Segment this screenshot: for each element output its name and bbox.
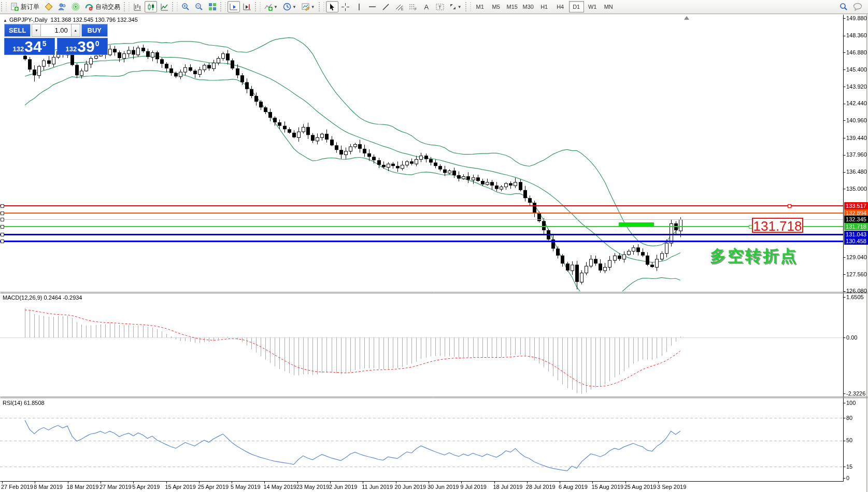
spinner-down-icon: ▼: [35, 29, 38, 32]
resistance-line-1[interactable]: [0, 205, 843, 206]
vertical-line-icon: [356, 3, 362, 11]
support-line-2-handle[interactable]: [1, 240, 4, 243]
channel-tool-button[interactable]: E: [393, 1, 406, 12]
bar-chart-icon: [134, 3, 141, 11]
volume-increase-button[interactable]: ▲: [71, 24, 80, 37]
periods-button[interactable]: ▼: [281, 1, 298, 12]
autotrading-button[interactable]: 自动交易: [83, 1, 122, 12]
buy-button[interactable]: BUY: [81, 24, 108, 37]
line-chart-button[interactable]: [158, 1, 170, 12]
timeframe-mn-button[interactable]: MN: [601, 1, 616, 12]
timeframe-d1-button[interactable]: D1: [569, 1, 584, 12]
templates-icon: [302, 3, 310, 11]
date-axis-label: 5 May 2019: [231, 484, 260, 490]
fibonacci-icon: F: [409, 3, 417, 11]
chart-shift-icon: [243, 3, 251, 11]
collapse-panel-icon[interactable]: ▲: [3, 18, 7, 23]
text-label-tool-button[interactable]: T: [434, 1, 446, 12]
date-axis-label: 25 Aug 2019: [624, 484, 657, 490]
arrows-icon: [449, 3, 457, 10]
bar-chart-button[interactable]: [131, 1, 144, 12]
date-axis-label: 30 Jun 2019: [428, 484, 459, 490]
sell-price-display[interactable]: 132 34 5: [4, 38, 55, 55]
price-axis-label: 143.920: [846, 83, 867, 90]
chat-button[interactable]: [851, 1, 864, 12]
current-price-line[interactable]: [0, 219, 843, 220]
autotrading-icon: [85, 3, 93, 11]
tile-windows-button[interactable]: [206, 1, 219, 12]
toolbar-grip[interactable]: [220, 2, 226, 11]
volume-input[interactable]: 1.00: [41, 24, 70, 37]
new-order-button[interactable]: 新订单: [8, 1, 41, 12]
timeframe-m1-button[interactable]: M1: [473, 1, 488, 12]
timeframe-h4-button[interactable]: H4: [553, 1, 568, 12]
timeframe-w1-button[interactable]: W1: [585, 1, 600, 12]
timeframe-h1-button[interactable]: H1: [537, 1, 552, 12]
price-callout-box[interactable]: 131.718: [752, 218, 803, 233]
date-axis-label: 8 Mar 2019: [34, 484, 63, 490]
resistance-line-1-badge: 133.517: [844, 202, 868, 209]
price-axis-label: 137.960: [846, 151, 867, 158]
buy-price-display[interactable]: 132 39 0: [57, 38, 108, 55]
trendline-icon: [382, 3, 390, 11]
chart-shift-button[interactable]: [241, 1, 253, 12]
sell-button[interactable]: SELL: [4, 24, 31, 37]
pivot-line[interactable]: [0, 226, 843, 227]
toolbar-grip[interactable]: [124, 2, 130, 11]
timeframe-group: M1M5M15M30H1H4D1W1MN: [472, 0, 617, 13]
fibonacci-tool-button[interactable]: F: [407, 1, 419, 12]
timeframe-m5-button[interactable]: M5: [489, 1, 504, 12]
date-axis-label: 23 May 2019: [296, 484, 330, 490]
indicators-button[interactable]: ▼: [262, 1, 280, 12]
toolbar-grip[interactable]: [465, 2, 471, 11]
buy-price-sup: 0: [95, 39, 99, 48]
accounts-icon: [58, 3, 66, 11]
horizontal-line-tool-button[interactable]: [366, 1, 379, 12]
crosshair-tool-button[interactable]: [339, 1, 352, 12]
toolbar-grip[interactable]: [319, 2, 324, 11]
market-watch-button[interactable]: [42, 1, 55, 12]
resistance-line-2-handle[interactable]: [1, 212, 4, 215]
accounts-button[interactable]: [56, 1, 68, 12]
line-selection-handle[interactable]: [788, 204, 791, 208]
support-line-2[interactable]: [0, 241, 843, 242]
toolbar-grip[interactable]: [1, 2, 7, 11]
zoom-in-button[interactable]: [179, 1, 192, 12]
toolbar-grip[interactable]: [255, 2, 261, 11]
vertical-line-tool-button[interactable]: [353, 1, 365, 12]
svg-text:T: T: [438, 5, 442, 10]
resistance-line-1-handle[interactable]: [1, 204, 4, 208]
new-order-label: 新订单: [21, 3, 39, 11]
timeframe-m30-button[interactable]: M30: [521, 1, 536, 12]
date-axis-label: 27 Mar 2019: [99, 484, 132, 490]
date-axis-label: 25 Apr 2019: [198, 484, 229, 490]
trendline-tool-button[interactable]: [380, 1, 392, 12]
price-axis-label: 136.480: [846, 168, 867, 175]
search-button[interactable]: [837, 1, 850, 12]
timeframe-m15-button[interactable]: M15: [505, 1, 520, 12]
pivot-annotation-text[interactable]: 多空转折点: [710, 245, 798, 267]
templates-button[interactable]: ▼: [300, 1, 317, 12]
volume-decrease-button[interactable]: ▼: [32, 24, 41, 37]
current-price-line-handle[interactable]: [1, 218, 4, 221]
candlestick-chart-button[interactable]: [145, 1, 157, 12]
chart-type-group: [131, 0, 171, 13]
arrows-tool-button[interactable]: ▼: [447, 1, 464, 12]
text-label-icon: T: [436, 3, 444, 11]
price-axis-label: 146.880: [846, 49, 867, 55]
zoom-out-button[interactable]: [193, 1, 205, 12]
support-line-1-handle[interactable]: [1, 233, 4, 236]
rsi-level-label: 0: [846, 475, 849, 481]
chart-shift-marker-icon[interactable]: [684, 16, 689, 20]
text-tool-button[interactable]: A: [420, 1, 433, 12]
toolbar-grip[interactable]: [172, 2, 178, 11]
dropdown-arrow-icon: ▼: [311, 5, 315, 9]
cursor-tool-button[interactable]: [326, 1, 338, 12]
support-line-1[interactable]: [0, 234, 843, 235]
resistance-line-2[interactable]: [0, 213, 843, 214]
pivot-line-handle[interactable]: [1, 225, 4, 229]
auto-scroll-icon: [230, 3, 238, 11]
auto-scroll-button[interactable]: [227, 1, 240, 12]
dropdown-arrow-icon: ▼: [274, 5, 278, 9]
signals-button[interactable]: [69, 1, 82, 12]
